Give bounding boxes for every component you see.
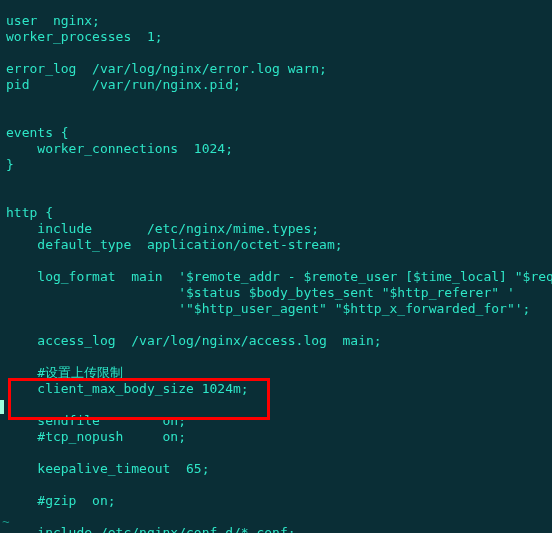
code-line: #tcp_nopush on;	[6, 429, 186, 444]
code-line: access_log /var/log/nginx/access.log mai…	[6, 333, 382, 348]
code-line: '"$http_user_agent" "$http_x_forwarded_f…	[6, 301, 530, 316]
code-line: '$status $body_bytes_sent "$http_referer…	[6, 285, 515, 300]
code-line: pid /var/run/nginx.pid;	[6, 77, 241, 92]
code-line: client_max_body_size 1024m;	[6, 381, 249, 396]
code-line: #gzip on;	[6, 493, 116, 508]
code-line: keepalive_timeout 65;	[6, 461, 210, 476]
code-line: worker_processes 1;	[6, 29, 163, 44]
code-line: include /etc/nginx/mime.types;	[6, 221, 319, 236]
cursor-indicator	[0, 400, 4, 414]
code-line: http {	[6, 205, 53, 220]
config-editor[interactable]: user nginx; worker_processes 1; error_lo…	[0, 13, 552, 533]
code-line: events {	[6, 125, 69, 140]
vim-tilde-line: ~	[0, 515, 10, 531]
code-line: worker_connections 1024;	[6, 141, 233, 156]
code-line: #设置上传限制	[6, 365, 123, 380]
code-line: user nginx;	[6, 13, 100, 28]
code-line: sendfile on;	[6, 413, 186, 428]
code-line: }	[6, 157, 14, 172]
code-line: log_format main '$remote_addr - $remote_…	[6, 269, 552, 284]
code-line: default_type application/octet-stream;	[6, 237, 343, 252]
code-line: error_log /var/log/nginx/error.log warn;	[6, 61, 327, 76]
code-line: include /etc/nginx/conf.d/*.conf;	[6, 525, 296, 533]
